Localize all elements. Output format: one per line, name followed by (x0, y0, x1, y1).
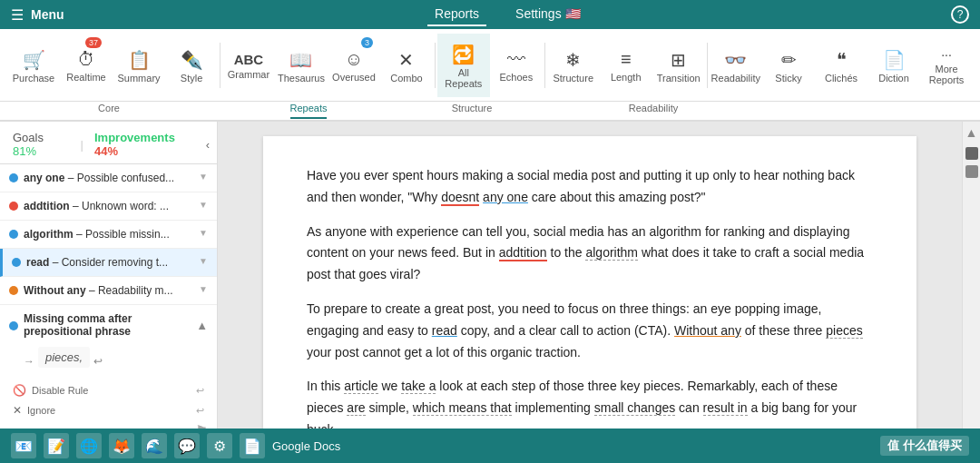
toolbar-grammar[interactable]: ABC Grammar (222, 34, 275, 97)
structure-icon: ❄ (565, 49, 581, 71)
grammar-icon: ABC (234, 52, 264, 67)
cliches-icon: ❝ (837, 49, 847, 71)
toolbar-readability[interactable]: 👓 Readability (710, 34, 762, 97)
toolbar-transition[interactable]: ⊞ Transition (652, 34, 705, 97)
purchase-label: Purchase (13, 73, 54, 84)
toolbar-purchase[interactable]: 🛒 Purchase (7, 34, 60, 97)
word-any-one: any one (483, 190, 528, 204)
toolbar-structure[interactable]: ❄ Structure (547, 34, 600, 97)
divider-1 (220, 43, 220, 88)
apply-suggestion-icon[interactable]: ↩ (93, 355, 103, 368)
toolbar-diction[interactable]: 📄 Diction (867, 34, 920, 97)
purchase-icon: 🛒 (23, 49, 45, 71)
divider-4 (707, 43, 708, 88)
toolbar-summary[interactable]: 📋 Summary (113, 34, 165, 97)
taskbar-grammarly[interactable]: ⚙ (207, 433, 232, 458)
disable-rule-action[interactable]: 🚫 Disable Rule ↩ (9, 382, 208, 399)
taskbar-google-docs[interactable]: 📄 (240, 433, 265, 458)
structure-label: Structure (553, 73, 593, 84)
toolbar-cliches[interactable]: ❝ Clichés (815, 34, 867, 97)
disable-rule-apply-icon[interactable]: ↩ (196, 385, 204, 397)
tab-reports[interactable]: Reports (427, 3, 486, 26)
toolbar-sticky[interactable]: ✏ Sticky (762, 34, 815, 97)
taskbar-teams[interactable]: 🌐 (76, 433, 102, 458)
style-icon: ✒️ (181, 49, 203, 71)
combo-icon: ✕ (398, 49, 414, 71)
suggestion-algorithm[interactable]: algorithm – Possible missin... ▼ (0, 221, 217, 249)
suggestion-text-without-any: Without any – Readability m... (24, 284, 193, 297)
word-small-changes: small changes (594, 400, 676, 416)
suggestion-read[interactable]: read – Consider removing t... ▼ (0, 249, 217, 277)
more-reports-icon: ··· (941, 47, 952, 62)
toolbar-length[interactable]: ≡ Length (600, 34, 652, 97)
help-icon[interactable]: ? (951, 5, 969, 24)
all-repeats-label: All Repeats (439, 67, 488, 89)
thesaurus-icon: 📖 (289, 49, 312, 71)
taskbar-outlook[interactable]: 📧 (11, 433, 36, 458)
diction-icon: 📄 (883, 49, 906, 71)
chart-icon (965, 165, 978, 178)
taskbar-word[interactable]: 📝 (44, 433, 69, 458)
improvements-tab[interactable]: Improvements 44% (89, 129, 206, 160)
menu-title: Menu (31, 7, 64, 22)
dot-addtition (9, 202, 18, 211)
chevron-addtition: ▼ (199, 200, 208, 210)
menu-bar: ☰ Menu Reports Settings 🇺🇸 ? (0, 0, 980, 29)
document-paper: Have you ever spent hours making a socia… (263, 136, 916, 429)
word-pieces: pieces (826, 323, 862, 339)
word-without-any: Without any (674, 323, 741, 338)
transition-icon: ⊞ (671, 49, 686, 71)
suggestion-expanded: Missing comma after prepositional phrase… (0, 305, 217, 429)
toolbar-thesaurus[interactable]: 📖 Thesaurus (275, 34, 328, 97)
ignore-label: Ignore (27, 405, 55, 416)
word-algorithm: algorithm (585, 245, 638, 261)
ignore-action[interactable]: ✕ Ignore ↩ (9, 402, 208, 419)
ignore-icon: ✕ (13, 404, 22, 417)
toolbar-more-reports[interactable]: ··· More Reports (920, 34, 973, 97)
toolbar-echoes[interactable]: 〰 Echoes (490, 34, 543, 97)
menu-icon[interactable]: ☰ (11, 6, 24, 24)
edge-icon: 🌊 (145, 438, 163, 455)
suggestion-without-any[interactable]: Without any – Readability m... ▼ (0, 277, 217, 305)
toolbar-style[interactable]: ✒️ Style (165, 34, 218, 97)
word-which-means-that: which means that (413, 400, 512, 416)
overused-label: Overused (332, 72, 376, 83)
overused-icon: ☺ (345, 49, 363, 70)
ignore-apply-icon[interactable]: ↩ (196, 405, 204, 417)
expanded-title: Missing comma after prepositional phrase (24, 312, 191, 338)
taskbar-edge[interactable]: 🌊 (142, 433, 167, 458)
collapse-expanded-icon[interactable]: ▲ (196, 319, 208, 332)
icon-toolbar: 🛒 Purchase 37 ⏱ Realtime 📋 Summary ✒️ St… (0, 29, 980, 102)
outlook-icon: 📧 (15, 438, 33, 455)
realtime-label: Realtime (66, 72, 105, 83)
taskbar-right: 值 什么值得买 (880, 436, 969, 456)
suggestion-text-read: read – Consider removing t... (26, 256, 193, 269)
section-core: Core (98, 103, 120, 119)
taskbar-chat[interactable]: 💬 (174, 433, 200, 458)
teams-icon: 🌐 (80, 438, 98, 455)
dot-algorithm (9, 230, 18, 239)
goals-tab[interactable]: Goals 81% (7, 129, 75, 160)
tab-settings[interactable]: Settings 🇺🇸 (508, 3, 587, 26)
taskbar: 📧 📝 🌐 🦊 🌊 💬 ⚙ 📄 Google Docs 值 什么值得买 (0, 429, 980, 463)
scroll-up-icon[interactable]: ▲ (965, 125, 978, 140)
main-content: Goals 81% | Improvements 44% ‹ any one –… (0, 122, 980, 429)
collapse-icon[interactable]: ‹ (206, 138, 210, 152)
dot-any-one (9, 173, 18, 182)
toolbar-overused[interactable]: 3 ☺ Overused (328, 34, 380, 97)
word-icon: 📝 (47, 438, 65, 455)
thesaurus-label: Thesaurus (278, 73, 325, 84)
taskbar-firefox[interactable]: 🦊 (109, 433, 134, 458)
toolbar-all-repeats[interactable]: 🔁 All Repeats (437, 34, 490, 97)
toolbar-realtime[interactable]: 37 ⏱ Realtime (60, 34, 113, 97)
toolbar-combo[interactable]: ✕ Combo (380, 34, 433, 97)
google-docs-label: Google Docs (272, 439, 340, 453)
sticky-icon: ✏ (781, 49, 797, 71)
readability-label: Readability (711, 73, 760, 84)
suggestion-any-one[interactable]: any one – Possible confused... ▼ (0, 164, 217, 192)
chevron-without-any: ▼ (199, 284, 208, 294)
document-text[interactable]: Have you ever spent hours making a socia… (307, 165, 873, 429)
length-icon: ≡ (621, 49, 632, 70)
suggestion-text-any-one: any one – Possible confused... (24, 172, 193, 184)
suggestion-addtition[interactable]: addtition – Unknown word: ... ▼ (0, 192, 217, 221)
